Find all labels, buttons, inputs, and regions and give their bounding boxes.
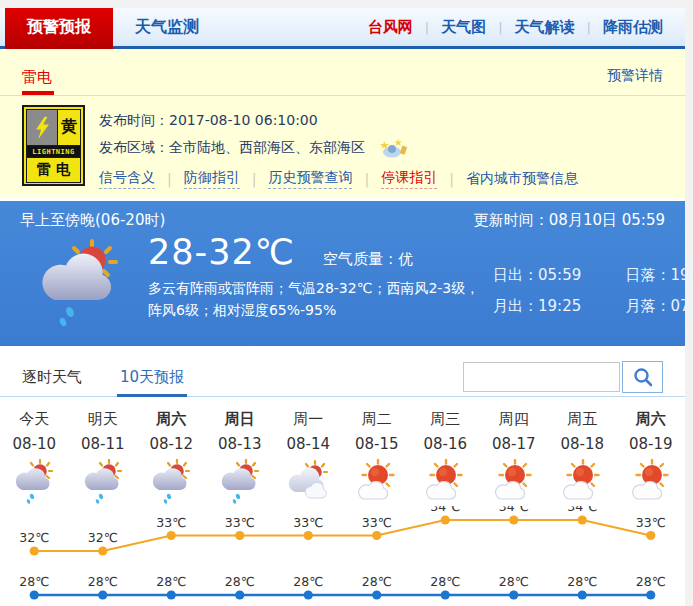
shower-icon [69,458,138,506]
forecast-day-label: 周六 [617,407,686,431]
sunset-value: 19:00 [671,266,693,284]
forecast-tabs-row: 逐时天气 10天预报 [0,358,685,397]
temperature-chart: 32℃32℃33℃33℃33℃33℃34℃34℃34℃33℃28℃28℃28℃2… [0,506,685,606]
svg-text:28℃: 28℃ [567,574,597,589]
warning-detail-link[interactable]: 预警详情 [607,67,663,95]
svg-text:33℃: 33℃ [225,515,255,530]
svg-text:34℃: 34℃ [430,506,460,514]
warning-text: 发布时间： 2017-08-10 06:10:00 发布区域： 全市陆地、西部海… [85,105,578,189]
moonrise-label: 月出： [493,297,538,315]
forecast-date-label: 08-15 [343,431,412,458]
svg-text:33℃: 33℃ [362,515,392,530]
svg-text:28℃: 28℃ [499,574,529,589]
link-class-suspension-guide[interactable]: 停课指引 [381,169,437,189]
search-input[interactable] [463,362,620,392]
link-separator: | [352,171,381,187]
svg-text:32℃: 32℃ [19,530,49,545]
forecast-column: 周二08-15 [343,407,412,506]
nav-links: 台风网 | 天气图 | 天气解读 | 降雨估测 [356,8,685,46]
alert-word-lightning: LIGHTNING [26,146,81,158]
alert-type-chars: 雷 电 [26,158,81,183]
weather-description: 多云有阵雨或雷阵雨；气温28-32℃；西南风2-3级，阵风6级；相对湿度65%-… [148,278,493,321]
sunrise-value: 05:59 [538,266,581,284]
svg-text:28℃: 28℃ [293,574,323,589]
forecast-date-label: 08-19 [617,431,686,458]
svg-text:28℃: 28℃ [225,574,255,589]
warning-tab-row: 雷电 预警详情 [0,49,685,96]
nav-tab-warning-forecast[interactable]: 预警预报 [5,8,113,49]
link-separator: | [240,171,269,187]
sunset-time: 日落：19:00 [626,266,693,285]
forecast-column: 今天08-10 [0,407,69,506]
search-box [463,361,663,393]
forecast-day-label: 周六 [137,407,206,431]
svg-text:28℃: 28℃ [362,574,392,589]
forecast-day-label: 周二 [343,407,412,431]
forecast-date-label: 08-10 [0,431,69,458]
sunrise-label: 日出： [493,266,538,284]
nav-link-weather-explain[interactable]: 天气解读 [503,18,587,37]
shower-icon [0,458,69,506]
forecast-day-label: 今天 [0,407,69,431]
forecast-day-label: 周日 [206,407,275,431]
tab-hourly-weather[interactable]: 逐时天气 [22,358,82,396]
forecast-day-label: 周一 [274,407,343,431]
forecast-date-label: 08-12 [137,431,206,458]
forecast-column: 周三08-16 [411,407,480,506]
warning-type-tab-lightning[interactable]: 雷电 [22,68,52,95]
link-signal-meaning[interactable]: 信号含义 [99,169,155,189]
forecast-date-label: 08-17 [480,431,549,458]
publish-time-value: 2017-08-10 06:10:00 [169,107,318,134]
update-time-value: 08月10日 05:59 [549,211,665,229]
sun-moon-times: 日出：05:59 日落：19:00 月出：19:25 月落：07:05 [493,250,693,332]
link-defense-guide[interactable]: 防御指引 [184,169,240,189]
nav-link-rain-estimate[interactable]: 降雨估测 [591,18,675,37]
forecast-columns: 今天08-10 明天08-11 周六08-12 [0,407,685,506]
mostly-sunny-icon [617,458,686,506]
search-icon [632,366,654,388]
svg-text:28℃: 28℃ [156,574,186,589]
weather-portal-page: 预警预报 天气监测 台风网 | 天气图 | 天气解读 | 降雨估测 雷电 预警详… [0,8,685,606]
lightning-yellow-alert-sign: 黄 LIGHTNING 雷 电 [22,105,85,186]
forecast-date-label: 08-18 [548,431,617,458]
tab-ten-day-forecast[interactable]: 10天预报 [120,358,184,396]
moonrise-time: 月出：19:25 [493,297,616,316]
mostly-sunny-icon [480,458,549,506]
svg-text:28℃: 28℃ [636,574,666,589]
forecast-day-label: 周三 [411,407,480,431]
forecast-period: 早上至傍晚(06-20时) [20,211,165,230]
nav-link-weather-map[interactable]: 天气图 [429,18,498,37]
nav-tab-weather-monitor[interactable]: 天气监测 [113,8,221,46]
forecast-column: 周五08-18 [548,407,617,506]
svg-text:28℃: 28℃ [88,574,118,589]
mostly-sunny-icon [343,458,412,506]
forecast-column: 周四08-17 [480,407,549,506]
shower-icon [137,458,206,506]
forecast-column: 周日08-13 [206,407,275,506]
mostly-sunny-icon [548,458,617,506]
nav-link-typhoon[interactable]: 台风网 [356,18,425,37]
air-quality-label: 空气质量： [323,250,398,268]
link-province-city-warnings[interactable]: 省内城市预警信息 [466,170,578,189]
air-quality: 空气质量：优 [323,250,413,269]
cloudy-icon [274,458,343,506]
ten-day-forecast: 今天08-10 明天08-11 周六08-12 [0,397,685,606]
search-button[interactable] [622,361,663,393]
lightning-bolt-icon [26,109,58,146]
sunrise-time: 日出：05:59 [493,266,616,285]
forecast-date-label: 08-11 [69,431,138,458]
today-summary-panel: 早上至傍晚(06-20时) 更新时间：08月10日 05:59 [0,201,685,346]
mostly-sunny-icon [411,458,480,506]
forecast-column: 周一08-14 [274,407,343,506]
update-time: 更新时间：08月10日 05:59 [474,211,665,230]
link-history-query[interactable]: 历史预警查询 [268,169,352,189]
update-time-label: 更新时间： [474,211,549,229]
warning-links: 信号含义 | 防御指引 | 历史预警查询 | 停课指引 | 省内城市预警信息 [99,169,578,189]
svg-text:28℃: 28℃ [19,574,49,589]
animated-alert-icon [379,138,407,158]
alert-grade-char: 黄 [58,109,81,146]
link-separator: | [155,171,184,187]
moonset-value: 07:05 [671,297,693,315]
forecast-column: 周六08-12 [137,407,206,506]
forecast-day-label: 周四 [480,407,549,431]
